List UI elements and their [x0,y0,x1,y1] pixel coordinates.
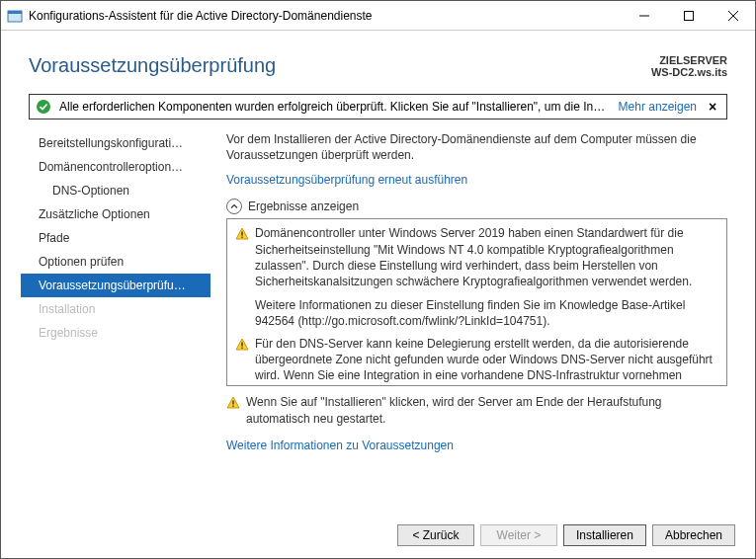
results-group-title: Ergebnisse anzeigen [248,200,359,213]
target-label: ZIELSERVER [651,54,727,66]
banner-close-button[interactable]: × [705,99,720,115]
back-button[interactable]: < Zurück [397,524,474,546]
sidebar-item-1[interactable]: Domänencontrolleroption… [21,155,210,179]
sidebar-item-0[interactable]: Bereitstellungskonfigurati… [21,131,210,155]
cancel-button[interactable]: Abbrechen [652,524,735,546]
window-controls [622,1,755,30]
warning-icon [235,338,249,352]
success-icon [36,99,51,115]
svg-rect-7 [241,232,242,236]
install-note: Wenn Sie auf "Installieren" klicken, wir… [226,394,727,426]
result-item-1: Für den DNS-Server kann keine Delegierun… [235,336,718,384]
chevron-up-icon[interactable] [226,199,242,214]
warning-icon [235,227,249,241]
titlebar: Konfigurations-Assistent für die Active … [1,1,755,31]
button-bar: < Zurück Weiter > Installieren Abbrechen [1,515,755,556]
target-name: WS-DC2.ws.its [651,66,727,78]
sidebar-item-5[interactable]: Optionen prüfen [21,250,210,274]
target-server: ZIELSERVER WS-DC2.ws.its [651,54,727,78]
sidebar-item-4[interactable]: Pfade [21,226,210,250]
page-title: Voraussetzungsüberprüfung [29,54,276,77]
more-info-link[interactable]: Weitere Informationen zu Voraussetzungen [226,439,727,452]
result-text: Für den DNS-Server kann keine Delegierun… [255,336,718,384]
svg-rect-1 [8,11,22,14]
header: Voraussetzungsüberprüfung ZIELSERVER WS-… [1,31,755,86]
banner-more-link[interactable]: Mehr anzeigen [619,100,697,114]
results-box[interactable]: Domänencontroller unter Windows Server 2… [226,218,727,386]
sidebar-item-3[interactable]: Zusätzliche Optionen [21,202,210,226]
lead-text: Vor dem Installieren der Active Director… [226,131,727,163]
svg-rect-12 [232,406,233,407]
minimize-button[interactable] [622,1,666,30]
close-button[interactable] [711,1,755,30]
svg-rect-9 [241,342,242,346]
warning-icon [226,396,240,410]
banner-text: Alle erforderlichen Komponenten wurden e… [59,100,611,114]
svg-rect-8 [241,237,242,238]
sidebar: Bereitstellungskonfigurati…Domänencontro… [21,131,218,515]
result-item-0: Domänencontroller unter Windows Server 2… [235,225,718,329]
sidebar-item-8: Ergebnisse [21,321,210,345]
result-text: Domänencontroller unter Windows Server 2… [255,225,718,329]
sidebar-item-2[interactable]: DNS-Optionen [21,179,210,202]
install-note-text: Wenn Sie auf "Installieren" klicken, wir… [246,394,727,426]
svg-rect-10 [241,347,242,348]
sidebar-item-6[interactable]: Voraussetzungsüberprüfu… [21,274,210,297]
results-group-header: Ergebnisse anzeigen [226,199,727,214]
status-banner: Alle erforderlichen Komponenten wurden e… [29,94,727,120]
svg-rect-3 [684,11,693,20]
next-button: Weiter > [480,524,557,546]
install-button[interactable]: Installieren [563,524,646,546]
rerun-check-link[interactable]: Voraussetzungsüberprüfung erneut ausführ… [226,173,727,187]
sidebar-item-7: Installation [21,297,210,321]
app-icon [7,8,23,24]
svg-rect-11 [232,401,233,405]
svg-point-6 [37,100,50,114]
main-content: Vor dem Installieren der Active Director… [218,131,735,515]
window-title: Konfigurations-Assistent für die Active … [29,9,622,23]
maximize-button[interactable] [666,1,711,30]
